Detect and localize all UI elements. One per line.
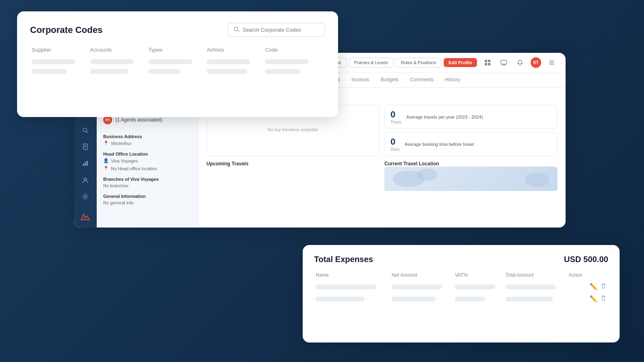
avg-booking-number: 0 xyxy=(390,137,400,147)
skeleton-cell xyxy=(148,59,192,64)
skeleton-total-2 xyxy=(505,297,553,301)
svg-rect-16 xyxy=(83,164,84,166)
general-info-value: No general info xyxy=(97,200,198,208)
corporate-codes-title: Corporate Codes xyxy=(30,25,102,35)
col-accounts: Accounts xyxy=(90,47,149,53)
head-office-value: 📍 No Head office location xyxy=(97,166,198,173)
avg-booking-unit: Days xyxy=(390,147,400,152)
map-placeholder xyxy=(384,167,557,191)
svg-rect-17 xyxy=(85,162,86,166)
avg-travels-stat: 0 Times Average travels per year (2023 -… xyxy=(384,105,557,129)
row-actions-1: ✏️ xyxy=(569,283,607,291)
svg-rect-18 xyxy=(87,161,88,166)
skeleton-cell xyxy=(207,69,248,74)
avg-travels-unit: Times xyxy=(390,120,401,124)
roles-positions-button[interactable]: Roles & Positions xyxy=(396,58,441,67)
table-row xyxy=(30,69,325,74)
search-input[interactable] xyxy=(243,27,319,33)
tab-comments[interactable]: Comments xyxy=(404,73,439,87)
sidebar-icon-doc[interactable] xyxy=(80,142,91,152)
col-types: Types xyxy=(148,47,207,53)
policies-levels-button[interactable]: Policies & Levels xyxy=(349,58,393,67)
location-icon-2: 📍 xyxy=(103,166,109,171)
col-supplier: Supplier xyxy=(32,47,90,53)
business-address-label: Business Address xyxy=(97,131,198,141)
edit-icon-2[interactable]: ✏️ xyxy=(590,295,598,303)
delete-icon-2[interactable] xyxy=(600,295,607,303)
skeleton-cell xyxy=(32,59,76,64)
svg-point-20 xyxy=(85,195,87,197)
svg-rect-27 xyxy=(485,63,487,65)
upcoming-travels-section: Upcoming Travels xyxy=(206,161,379,191)
no-travelers-text: No top travelers available xyxy=(212,119,374,140)
svg-point-19 xyxy=(84,178,87,180)
avg-booking-stat: 0 Days Average booking time before trave… xyxy=(384,132,557,156)
message-icon[interactable] xyxy=(498,57,510,68)
search-icon xyxy=(234,26,239,33)
expenses-table-headers: Name Net Amount VAT% Total Amount Action xyxy=(314,272,608,278)
expense-row-2: ✏️ xyxy=(314,295,608,303)
search-box[interactable] xyxy=(228,23,325,37)
skeleton-cell xyxy=(90,69,128,74)
agents-count: (1 Agents associated) xyxy=(115,117,162,123)
edit-icon-1[interactable]: ✏️ xyxy=(590,283,598,291)
skeleton-cell xyxy=(207,59,251,64)
table-headers: Supplier Accounts Types Airlines Code xyxy=(30,47,325,53)
head-office-org: 👤 Viva Voyages xyxy=(97,158,198,166)
col-airlines: Airlines xyxy=(207,47,265,53)
person-icon: 👤 xyxy=(103,158,109,163)
current-location-title: Current Travel Location xyxy=(384,161,557,167)
svg-line-1 xyxy=(238,30,239,32)
sidebar-icon-settings[interactable] xyxy=(80,192,91,201)
hamburger-icon[interactable] xyxy=(546,57,557,68)
branches-value: No branches xyxy=(97,183,198,191)
sidebar-icon-users[interactable] xyxy=(80,176,91,185)
skeleton-net-1 xyxy=(392,284,442,289)
sidebar-icon-chart[interactable] xyxy=(80,159,91,168)
head-office-label: Head Office Location xyxy=(97,148,198,158)
delete-icon-1[interactable] xyxy=(600,283,607,291)
avg-travels-number: 0 xyxy=(390,109,401,120)
skeleton-name-1 xyxy=(316,284,376,289)
expenses-header: Total Expenses USD 500.00 xyxy=(314,255,608,264)
skeleton-cell xyxy=(148,69,180,74)
map-blob-2 xyxy=(417,169,437,181)
tab-invoices[interactable]: Invoices xyxy=(346,73,375,87)
grid-icon[interactable] xyxy=(482,57,493,68)
sidebar-icon-search-person[interactable] xyxy=(80,126,91,135)
tab-history[interactable]: History xyxy=(439,73,466,87)
col-action: Action xyxy=(569,272,607,278)
skeleton-name-2 xyxy=(316,297,365,301)
skeleton-vat-2 xyxy=(455,297,485,301)
location-icon: 📍 xyxy=(103,141,109,146)
skeleton-cell xyxy=(265,59,309,64)
skeleton-vat-1 xyxy=(455,284,495,289)
skeleton-cell xyxy=(32,69,67,74)
current-location-section: Current Travel Location xyxy=(384,161,557,191)
map-blob-3 xyxy=(525,173,549,187)
col-code: Code xyxy=(265,47,323,53)
corporate-codes-header: Corporate Codes xyxy=(30,23,325,37)
expense-row-1: ✏️ xyxy=(314,283,608,291)
svg-line-11 xyxy=(87,131,88,133)
col-net-amount: Net Amount xyxy=(392,272,455,278)
svg-rect-25 xyxy=(485,60,487,62)
upcoming-travels-title: Upcoming Travels xyxy=(206,161,379,167)
business-address-value: 📍 Winterthur xyxy=(97,141,198,148)
skeleton-total-1 xyxy=(505,284,556,289)
tab-budgets[interactable]: Budgets xyxy=(375,73,404,87)
upcoming-row: Upcoming Travels Current Travel Location xyxy=(206,161,557,191)
col-name: Name xyxy=(316,272,392,278)
expenses-card: Total Expenses USD 500.00 Name Net Amoun… xyxy=(303,245,620,342)
bell-icon[interactable] xyxy=(514,57,526,68)
edit-profile-button[interactable]: Edit Profile xyxy=(444,58,477,67)
general-info-label: General Information xyxy=(97,191,198,200)
svg-rect-26 xyxy=(488,60,490,62)
svg-rect-28 xyxy=(488,63,490,65)
table-row xyxy=(30,59,325,64)
skeleton-cell xyxy=(90,59,134,64)
col-total-amount: Total Amount xyxy=(505,272,569,278)
corporate-codes-card: Corporate Codes Supplier Accounts Types … xyxy=(17,11,338,117)
stats-panel: 0 Times Average travels per year (2023 -… xyxy=(384,105,557,156)
user-avatar[interactable]: RT xyxy=(531,57,541,68)
